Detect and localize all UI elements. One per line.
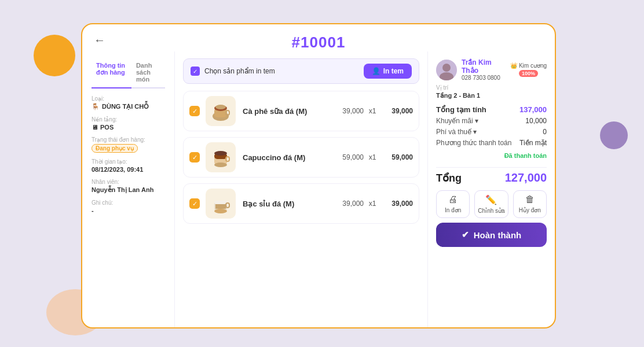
position-label: Vị trí	[436, 84, 547, 91]
tier-label: 👑 Kim cương	[510, 62, 547, 69]
item-image-2	[206, 142, 236, 172]
item-qty-2: x1	[364, 153, 381, 161]
tax-row: Phí và thuế ▾ 0	[436, 128, 547, 136]
total-label: Tổng	[436, 172, 462, 184]
trash-icon: 🗑	[525, 194, 535, 205]
item-name-1: Cà phê sữa đá (M)	[243, 107, 329, 116]
item-checkbox-1[interactable]: ✓	[189, 106, 200, 116]
print-icon: 🖨	[448, 194, 458, 205]
complete-icon: ✔	[462, 230, 469, 240]
item-price-3: 39,000	[329, 200, 364, 208]
tax-label: Phí và thuế ▾	[436, 128, 477, 136]
created-label: Thời gian tạo:	[92, 158, 165, 165]
left-panel: Thông tin đơn hàng Danh sách món Loại: 🪑…	[82, 51, 175, 327]
subtotal-row: Tổng tạm tính 137,000	[436, 105, 547, 114]
type-value: 🪑 DÙNG TẠI CHỖ	[92, 103, 165, 110]
subtotal-label: Tổng tạm tính	[436, 105, 486, 114]
tax-dropdown-icon[interactable]: ▾	[473, 128, 477, 136]
customer-info: Trần Kim Thảo 028 7303 0800	[462, 58, 506, 81]
platform-label: Nền tảng:	[92, 116, 165, 123]
menu-item: ✓ Cà phê sữa đá (M) 39,000 x1 39,000	[183, 91, 419, 131]
svg-point-16	[442, 64, 451, 72]
discount-value: 10,000	[525, 117, 547, 125]
item-total-3: 39,000	[381, 200, 413, 208]
edit-icon: ✏️	[485, 194, 497, 205]
note-field: Ghi chú: -	[92, 200, 165, 214]
complete-label: Hoàn thành	[474, 230, 522, 240]
type-icon: 🪑	[92, 103, 100, 110]
discount-label: Khuyến mãi ▾	[436, 117, 478, 125]
svg-rect-14	[226, 203, 229, 208]
action-buttons: 🖨 In đơn ✏️ Chỉnh sửa 🗑 Hủy đơn	[436, 190, 547, 218]
customer-row: Trần Kim Thảo 028 7303 0800 👑 Kim cương …	[436, 58, 547, 81]
status-field: Trạng thái đơn hàng: Đang phục vụ	[92, 136, 165, 153]
complete-button[interactable]: ✔ Hoàn thành	[436, 223, 547, 247]
item-checkbox-2[interactable]: ✓	[189, 152, 200, 163]
status-badge: Đang phục vụ	[92, 144, 138, 153]
svg-rect-8	[226, 157, 229, 161]
tabs: Thông tin đơn hàng Danh sách món	[92, 58, 165, 88]
platform-icon: 🖥	[92, 124, 98, 131]
print-order-button[interactable]: 🖨 In đơn	[436, 190, 470, 218]
crown-icon: 👑	[510, 62, 517, 69]
type-field: Loại: 🪑 DÙNG TẠI CHỖ	[92, 95, 165, 110]
tier-percentage: 100%	[519, 70, 538, 77]
type-text: DÙNG TẠI CHỖ	[102, 103, 149, 110]
card-header: ← #10001	[82, 24, 555, 51]
svg-point-13	[214, 209, 227, 213]
total-value: 127,000	[505, 171, 547, 184]
menu-item: ✓ Bạc sỉu đá (M) 39,000 x1 39,000	[183, 183, 419, 224]
middle-panel: ✓ Chọn sản phẩm in tem 👤 In tem ✓	[175, 51, 427, 327]
payment-value: Tiền mặt	[519, 139, 547, 147]
position-value: Tầng 2 - Bàn 1	[436, 92, 547, 99]
paid-status: Đã thanh toán	[504, 152, 547, 159]
print-order-label: In đơn	[445, 207, 461, 213]
print-tem-icon: 👤	[372, 67, 380, 75]
print-tem-label: In tem	[383, 67, 404, 75]
menu-item: ✓ Capuccino đá (M) 59,000 x1 59,000	[183, 137, 419, 178]
staff-field: Nhân viên: Nguyễn Thị Lan Anh	[92, 179, 165, 194]
total-row: Tổng 127,000	[436, 171, 547, 184]
note-label: Ghi chú:	[92, 200, 165, 206]
dropdown-icon[interactable]: ▾	[475, 117, 478, 125]
cancel-button[interactable]: 🗑 Hủy đơn	[513, 190, 547, 218]
tier-name: Kim cương	[519, 62, 547, 69]
decorative-circle-orange	[34, 35, 75, 76]
main-card: ← #10001 Thông tin đơn hàng Danh sách mó…	[81, 23, 556, 328]
payment-label: Phương thức thanh toán	[436, 139, 511, 147]
item-name-2: Capuccino đá (M)	[243, 153, 329, 162]
tax-value: 0	[543, 128, 547, 136]
back-button[interactable]: ←	[94, 34, 105, 47]
tab-menu[interactable]: Danh sách món	[131, 58, 165, 87]
item-qty-1: x1	[364, 107, 381, 115]
card-body: Thông tin đơn hàng Danh sách món Loại: 🪑…	[82, 51, 555, 327]
status-value: Đang phục vụ	[92, 144, 165, 153]
right-panel: Trần Kim Thảo 028 7303 0800 👑 Kim cương …	[427, 51, 555, 327]
item-price-2: 59,000	[329, 153, 364, 161]
platform-field: Nền tảng: 🖥 POS	[92, 116, 165, 131]
print-bar: ✓ Chọn sản phẩm in tem 👤 In tem	[183, 58, 419, 84]
select-all-checkbox[interactable]: ✓	[191, 67, 200, 76]
tab-order-info[interactable]: Thông tin đơn hàng	[92, 58, 131, 88]
created-value: 08/12/2023, 09:41	[92, 166, 165, 173]
customer-name: Trần Kim Thảo	[462, 58, 506, 75]
divider	[436, 167, 547, 168]
svg-rect-12	[215, 204, 226, 209]
order-id: #10001	[292, 34, 346, 51]
print-bar-left: ✓ Chọn sản phẩm in tem	[191, 67, 275, 76]
tier-badge: 👑 Kim cương 100%	[510, 62, 547, 77]
item-price-1: 39,000	[329, 107, 364, 115]
payment-row: Phương thức thanh toán Tiền mặt	[436, 139, 547, 147]
print-tem-button[interactable]: 👤 In tem	[364, 64, 412, 79]
cancel-label: Hủy đơn	[519, 207, 541, 213]
platform-text: POS	[100, 124, 114, 131]
item-image-3	[206, 189, 236, 219]
edit-button[interactable]: ✏️ Chỉnh sửa	[474, 190, 508, 218]
customer-phone: 028 7303 0800	[462, 75, 506, 81]
svg-point-3	[215, 105, 226, 109]
platform-value: 🖥 POS	[92, 124, 165, 131]
staff-value: Nguyễn Thị Lan Anh	[92, 186, 165, 194]
item-checkbox-3[interactable]: ✓	[189, 198, 200, 209]
decorative-circle-purple	[600, 121, 628, 149]
edit-label: Chỉnh sửa	[478, 208, 504, 214]
